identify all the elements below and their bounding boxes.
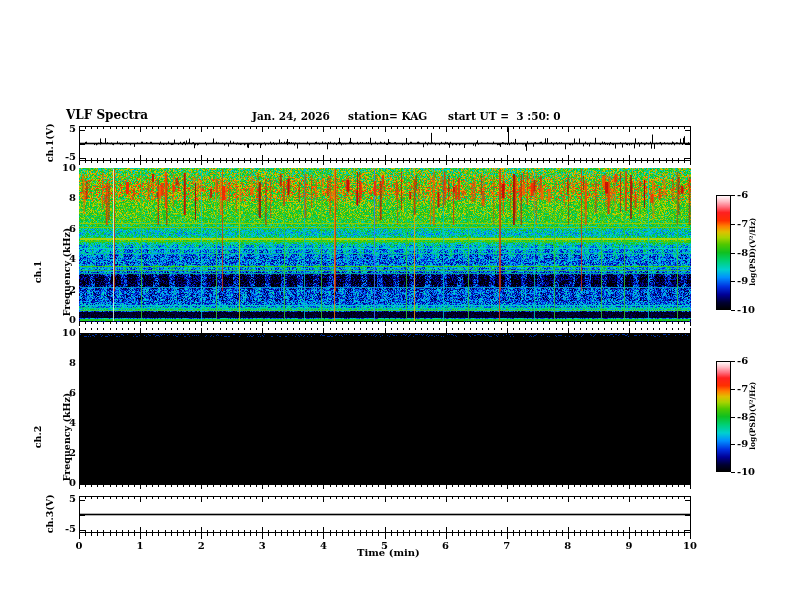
x-tick-label: 7 bbox=[495, 541, 519, 551]
ch1-freq-tick-label: 10 bbox=[52, 163, 76, 173]
ch2-spectrogram-panel bbox=[79, 333, 691, 485]
x-tick-label: 6 bbox=[434, 541, 458, 551]
x-tick-label: 4 bbox=[311, 541, 335, 551]
ch3-volt-tick-label: -5 bbox=[52, 524, 76, 534]
x-tick-label: 8 bbox=[556, 541, 580, 551]
station-label: station= KAG bbox=[348, 111, 427, 122]
colorbar1-tick-label: -10 bbox=[737, 305, 755, 315]
x-tick-label: 10 bbox=[678, 541, 702, 551]
x-tick-label: 0 bbox=[67, 541, 91, 551]
plot-title: VLF Spectra bbox=[66, 109, 148, 121]
colorbar-ch1 bbox=[716, 195, 731, 310]
ch2-freq-tick-label: 8 bbox=[52, 358, 76, 368]
x-tick-label: 2 bbox=[189, 541, 213, 551]
colorbar-ch2 bbox=[716, 361, 731, 472]
ch2-freq-tick-label: 6 bbox=[52, 388, 76, 398]
ch3-voltage-axis-label: ch.3(V) bbox=[45, 484, 55, 544]
ch1-waveform-panel bbox=[79, 126, 691, 161]
ch1-freq-tick-label: 2 bbox=[52, 285, 76, 295]
ch1-axis-line1: ch.1 bbox=[33, 212, 43, 332]
colorbar1-tick-label: -7 bbox=[737, 219, 748, 229]
ch1-volt-tick-label: 5 bbox=[52, 124, 76, 134]
date-label: Jan. 24, 2026 bbox=[252, 111, 330, 122]
vlf-spectra-plot-page: VLF Spectra Jan. 24, 2026 station= KAG s… bbox=[0, 0, 792, 612]
ch1-volt-tick-label: -5 bbox=[52, 152, 76, 162]
colorbar2-tick-label: -7 bbox=[737, 384, 748, 394]
colorbar1-tick-label: -8 bbox=[737, 248, 748, 258]
colorbar2-tick-label: -8 bbox=[737, 412, 748, 422]
ch2-freq-tick-label: 4 bbox=[52, 418, 76, 428]
ch3-volt-tick-label: 5 bbox=[52, 494, 76, 504]
colorbar2-tick-label: -9 bbox=[737, 439, 748, 449]
ch1-freq-tick-label: 6 bbox=[52, 224, 76, 234]
ch1-freq-tick-label: 0 bbox=[52, 315, 76, 325]
ch2-freq-tick-label: 0 bbox=[52, 478, 76, 488]
ch2-axis-line1: ch.2 bbox=[33, 377, 43, 497]
colorbar1-tick-label: -6 bbox=[737, 190, 748, 200]
ch2-freq-tick-label: 10 bbox=[52, 328, 76, 338]
ch2-freq-tick-label: 2 bbox=[52, 448, 76, 458]
ch1-freq-tick-label: 4 bbox=[52, 254, 76, 264]
colorbar2-tick-label: -6 bbox=[737, 356, 748, 366]
ch1-freq-tick-label: 8 bbox=[52, 193, 76, 203]
start-ut-label: start UT = 3 :50: 0 bbox=[448, 111, 561, 122]
ch3-waveform-panel bbox=[79, 496, 691, 533]
x-tick-label: 9 bbox=[617, 541, 641, 551]
ch1-spectrogram-panel bbox=[79, 168, 691, 322]
colorbar1-label: log(PSD)(V²/Hz) bbox=[749, 212, 757, 292]
x-tick-label: 3 bbox=[250, 541, 274, 551]
x-tick-label: 5 bbox=[373, 541, 397, 551]
colorbar2-label: log(PSD)(V²/Hz) bbox=[749, 376, 757, 456]
x-tick-label: 1 bbox=[128, 541, 152, 551]
colorbar2-tick-label: -10 bbox=[737, 467, 755, 477]
colorbar1-tick-label: -9 bbox=[737, 276, 748, 286]
